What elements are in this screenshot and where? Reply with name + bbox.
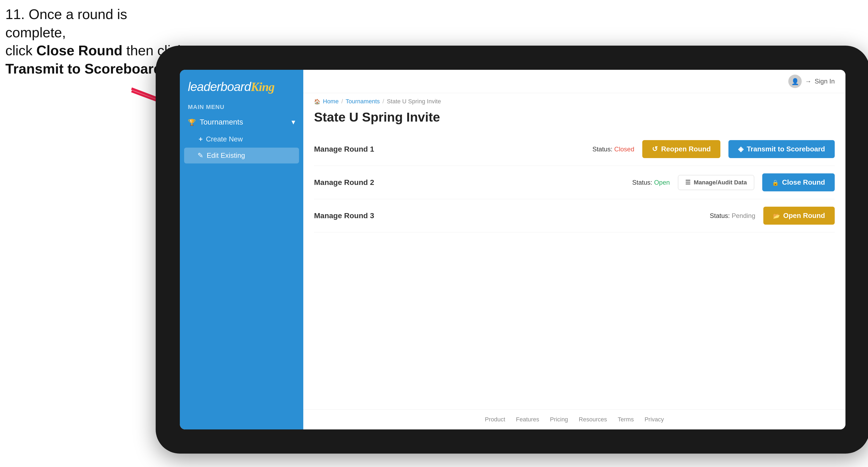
chevron-down-icon — [291, 118, 295, 126]
round-1-status-value: Closed — [614, 146, 634, 153]
plus-icon — [198, 135, 203, 143]
logo: leaderboardKing — [188, 80, 295, 94]
tablet-shell: leaderboardKing MAIN MENU Tournaments Cr… — [156, 45, 868, 454]
user-icon — [791, 77, 799, 86]
sidebar-sub-create-new[interactable]: Create New — [180, 131, 303, 147]
open-round-button[interactable]: Open Round — [763, 207, 835, 225]
transmit-scoreboard-button[interactable]: Transmit to Scoreboard — [728, 140, 835, 158]
footer-features[interactable]: Features — [516, 416, 539, 423]
breadcrumb-sep-1: / — [341, 98, 343, 105]
sidebar-item-tournaments[interactable]: Tournaments — [180, 113, 303, 131]
round-2-status-label: Status: — [632, 179, 652, 186]
rounds-container: Manage Round 1 Status: Closed Reopen Rou… — [303, 132, 845, 409]
instruction-line1: 11. Once a round is complete, — [5, 6, 127, 40]
footer: Product Features Pricing Resources Terms… — [303, 409, 845, 429]
logo-king-text: King — [251, 80, 275, 94]
round-1-status-label: Status: — [592, 146, 613, 153]
round-1-row: Manage Round 1 Status: Closed Reopen Rou… — [314, 132, 835, 166]
footer-resources[interactable]: Resources — [579, 416, 607, 423]
open-icon — [773, 212, 780, 220]
round-2-row: Manage Round 2 Status: Open Manage/Audit… — [314, 166, 835, 199]
reopen-icon — [652, 145, 658, 153]
tablet-screen: leaderboardKing MAIN MENU Tournaments Cr… — [180, 70, 845, 429]
round-1-label: Manage Round 1 — [314, 145, 374, 154]
reopen-round-label: Reopen Round — [661, 145, 711, 153]
manage-audit-button[interactable]: Manage/Audit Data — [678, 175, 754, 190]
reopen-round-button[interactable]: Reopen Round — [642, 140, 720, 158]
footer-pricing[interactable]: Pricing — [550, 416, 568, 423]
round-2-right: Status: Open Manage/Audit Data Close Rou… — [632, 174, 835, 191]
open-round-label: Open Round — [783, 212, 825, 220]
breadcrumb-home[interactable]: Home — [323, 98, 339, 105]
round-3-right: Status: Pending Open Round — [710, 207, 835, 225]
manage-audit-label: Manage/Audit Data — [694, 179, 747, 186]
header-bar: Sign In — [303, 70, 845, 93]
footer-terms[interactable]: Terms — [618, 416, 634, 423]
close-icon — [772, 178, 779, 187]
sidebar: leaderboardKing MAIN MENU Tournaments Cr… — [180, 70, 303, 429]
round-2-status: Status: Open — [632, 179, 670, 186]
sidebar-sub-edit-existing[interactable]: Edit Existing — [184, 148, 299, 163]
sidebar-item-left: Tournaments — [188, 118, 243, 126]
signin-arrow-icon — [805, 77, 811, 85]
close-round-button[interactable]: Close Round — [762, 174, 835, 191]
main-content: Sign In Home / Tournaments / State U Spr… — [303, 70, 845, 429]
create-new-label: Create New — [206, 135, 243, 143]
round-3-status-value: Pending — [732, 212, 755, 219]
sign-in-label: Sign In — [814, 77, 835, 85]
avatar-icon — [788, 74, 802, 88]
footer-privacy[interactable]: Privacy — [644, 416, 664, 423]
breadcrumb-sep-2: / — [382, 98, 384, 105]
round-3-status: Status: Pending — [710, 212, 755, 220]
audit-icon — [685, 179, 690, 186]
app-container: leaderboardKing MAIN MENU Tournaments Cr… — [180, 70, 845, 429]
tournaments-label: Tournaments — [200, 118, 243, 126]
logo-leaderboard-text: leaderboard — [188, 80, 251, 94]
round-2-label: Manage Round 2 — [314, 178, 374, 187]
sign-in-button[interactable]: Sign In — [788, 74, 835, 88]
instruction-line3: Transmit to Scoreboard. — [5, 61, 166, 76]
round-1-status: Status: Closed — [592, 146, 634, 153]
sidebar-logo: leaderboardKing — [180, 70, 303, 100]
edit-existing-label: Edit Existing — [207, 151, 245, 160]
trophy-icon — [188, 118, 196, 126]
sidebar-menu-label: MAIN MENU — [180, 100, 303, 113]
round-3-row: Manage Round 3 Status: Pending Open Roun… — [314, 199, 835, 232]
round-3-label: Manage Round 3 — [314, 212, 374, 220]
round-3-status-label: Status: — [710, 212, 730, 219]
round-2-status-value: Open — [654, 179, 670, 186]
home-icon — [314, 98, 320, 105]
breadcrumb: Home / Tournaments / State U Spring Invi… — [303, 93, 845, 107]
breadcrumb-current: State U Spring Invite — [387, 98, 441, 105]
transmit-scoreboard-label: Transmit to Scoreboard — [747, 145, 825, 153]
transmit-icon — [738, 145, 743, 153]
edit-icon — [197, 151, 204, 160]
footer-product[interactable]: Product — [485, 416, 505, 423]
round-1-right: Status: Closed Reopen Round Transmit to … — [592, 140, 835, 158]
page-title: State U Spring Invite — [303, 107, 845, 132]
breadcrumb-tournaments[interactable]: Tournaments — [346, 98, 380, 105]
close-round-label: Close Round — [782, 178, 825, 187]
